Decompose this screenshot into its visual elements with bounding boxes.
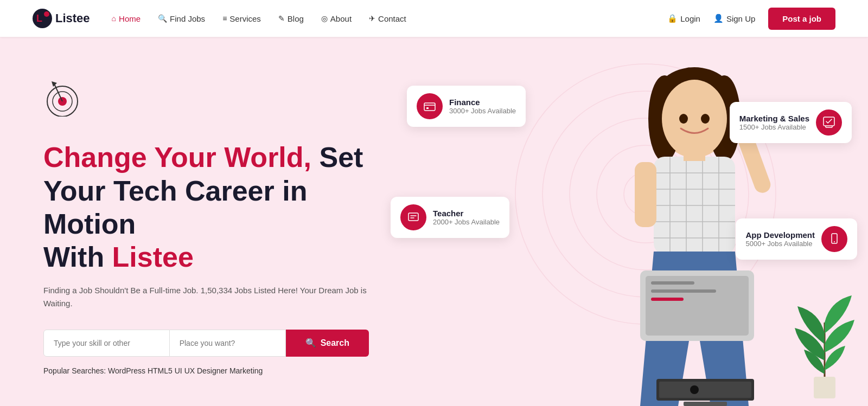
appdev-icon	[821, 226, 847, 252]
nav-auth-area: 🔒 Login 👤 Sign Up Post a job	[667, 8, 835, 30]
post-job-button[interactable]: Post a job	[768, 8, 835, 30]
nav-services[interactable]: ≡ Services	[222, 14, 261, 23]
svg-point-2	[44, 11, 49, 17]
search-icon: 🔍	[158, 14, 167, 23]
send-icon: ✈	[369, 14, 375, 23]
nav-contact[interactable]: ✈ Contact	[369, 14, 406, 23]
popular-searches: Popular Searches: WordPress HTML5 UI UX …	[43, 366, 369, 375]
svg-rect-42	[409, 213, 418, 221]
nav-links: ⌂ Home 🔍 Find Jobs ≡ Services ✎ Blog ◎ A…	[112, 14, 668, 23]
svg-rect-37	[651, 289, 716, 293]
marketing-card-info: Marketing & Sales 1500+ Jobs Available	[739, 114, 809, 131]
logo-text: Listee	[55, 11, 90, 25]
hero-section: Change Your World, Set Your Tech Career …	[0, 37, 868, 406]
svg-rect-48	[659, 382, 751, 398]
svg-rect-39	[424, 103, 435, 111]
appdev-card-info: App Development 5000+ Jobs Available	[745, 230, 815, 248]
job-card-teacher: Teacher 2000+ Jobs Available	[391, 197, 509, 238]
job-card-marketing: Marketing & Sales 1500+ Jobs Available	[730, 102, 852, 143]
teacher-icon	[400, 204, 426, 230]
lock-icon: 🔒	[667, 14, 678, 23]
svg-point-19	[701, 114, 710, 124]
svg-point-0	[33, 9, 52, 28]
search-icon: 🔍	[305, 338, 316, 348]
svg-rect-36	[651, 281, 694, 285]
svg-point-18	[679, 114, 688, 124]
svg-point-17	[662, 80, 727, 158]
signup-link[interactable]: 👤 Sign Up	[713, 14, 755, 23]
hero-subtitle: Finding a Job Shouldn't Be a Full-time J…	[43, 284, 369, 310]
svg-rect-35	[646, 276, 749, 336]
logo[interactable]: L Listee	[33, 9, 90, 28]
skill-input[interactable]	[43, 330, 170, 357]
hero-visual: Finance 3000+ Jobs Available Marketing &…	[380, 37, 868, 406]
navbar: L Listee ⌂ Home 🔍 Find Jobs ≡ Services ✎…	[0, 0, 868, 37]
nav-find-jobs[interactable]: 🔍 Find Jobs	[158, 14, 205, 23]
bottom-items	[651, 373, 760, 406]
svg-marker-12	[52, 81, 57, 87]
svg-rect-50	[684, 402, 727, 406]
svg-text:L: L	[36, 13, 42, 24]
teacher-card-info: Teacher 2000+ Jobs Available	[433, 209, 500, 226]
user-icon: 👤	[713, 14, 724, 23]
nav-blog[interactable]: ✎ Blog	[278, 14, 304, 23]
plant-decoration	[792, 290, 857, 406]
location-input[interactable]	[170, 330, 286, 357]
target-decoration	[43, 79, 369, 125]
svg-point-49	[690, 385, 699, 394]
svg-rect-30	[684, 150, 705, 161]
login-link[interactable]: 🔒 Login	[667, 14, 700, 23]
job-card-appdev: App Development 5000+ Jobs Available	[736, 218, 857, 260]
edit-icon: ✎	[278, 14, 285, 23]
search-button[interactable]: 🔍 Search	[286, 330, 369, 357]
finance-icon	[417, 93, 443, 119]
hero-title: Change Your World, Set Your Tech Career …	[43, 141, 369, 274]
svg-rect-33	[635, 162, 656, 227]
job-card-finance: Finance 3000+ Jobs Available	[407, 86, 526, 127]
marketing-icon	[816, 109, 842, 136]
menu-icon: ≡	[222, 14, 227, 23]
svg-point-44	[834, 241, 835, 242]
search-bar: 🔍 Search	[43, 330, 369, 357]
nav-home[interactable]: ⌂ Home	[112, 14, 141, 23]
home-icon: ⌂	[112, 14, 116, 23]
nav-about[interactable]: ◎ About	[321, 14, 352, 23]
svg-rect-38	[651, 298, 684, 301]
svg-rect-40	[426, 107, 429, 109]
circle-icon: ◎	[321, 14, 328, 23]
finance-card-info: Finance 3000+ Jobs Available	[449, 98, 516, 115]
hero-content: Change Your World, Set Your Tech Career …	[0, 37, 401, 406]
svg-rect-45	[814, 377, 835, 398]
